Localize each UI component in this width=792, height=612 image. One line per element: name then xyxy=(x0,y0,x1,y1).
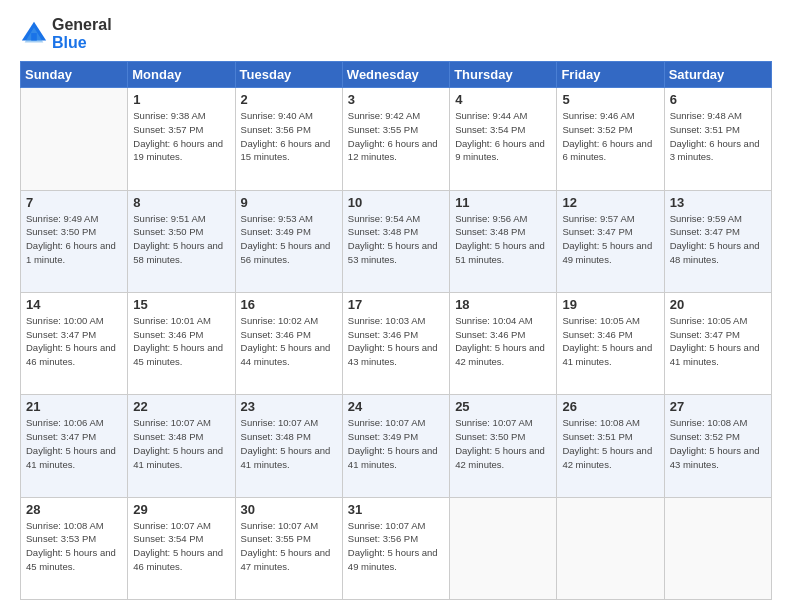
day-cell xyxy=(664,497,771,599)
day-info: Sunrise: 10:02 AM Sunset: 3:46 PM Daylig… xyxy=(241,314,337,369)
week-row-2: 7Sunrise: 9:49 AM Sunset: 3:50 PM Daylig… xyxy=(21,190,772,292)
day-cell: 10Sunrise: 9:54 AM Sunset: 3:48 PM Dayli… xyxy=(342,190,449,292)
day-info: Sunrise: 9:46 AM Sunset: 3:52 PM Dayligh… xyxy=(562,109,658,164)
day-number: 25 xyxy=(455,399,551,414)
day-cell xyxy=(21,88,128,190)
day-cell: 20Sunrise: 10:05 AM Sunset: 3:47 PM Dayl… xyxy=(664,292,771,394)
day-number: 23 xyxy=(241,399,337,414)
weekday-header-friday: Friday xyxy=(557,62,664,88)
week-row-3: 14Sunrise: 10:00 AM Sunset: 3:47 PM Dayl… xyxy=(21,292,772,394)
day-cell xyxy=(450,497,557,599)
day-number: 21 xyxy=(26,399,122,414)
day-cell xyxy=(557,497,664,599)
day-cell: 12Sunrise: 9:57 AM Sunset: 3:47 PM Dayli… xyxy=(557,190,664,292)
day-info: Sunrise: 10:08 AM Sunset: 3:52 PM Daylig… xyxy=(670,416,766,471)
day-cell: 9Sunrise: 9:53 AM Sunset: 3:49 PM Daylig… xyxy=(235,190,342,292)
day-number: 15 xyxy=(133,297,229,312)
day-number: 27 xyxy=(670,399,766,414)
day-info: Sunrise: 10:07 AM Sunset: 3:49 PM Daylig… xyxy=(348,416,444,471)
day-info: Sunrise: 10:07 AM Sunset: 3:48 PM Daylig… xyxy=(133,416,229,471)
day-info: Sunrise: 10:05 AM Sunset: 3:46 PM Daylig… xyxy=(562,314,658,369)
day-number: 16 xyxy=(241,297,337,312)
day-cell: 14Sunrise: 10:00 AM Sunset: 3:47 PM Dayl… xyxy=(21,292,128,394)
day-info: Sunrise: 10:01 AM Sunset: 3:46 PM Daylig… xyxy=(133,314,229,369)
weekday-header-sunday: Sunday xyxy=(21,62,128,88)
day-info: Sunrise: 9:57 AM Sunset: 3:47 PM Dayligh… xyxy=(562,212,658,267)
day-info: Sunrise: 9:40 AM Sunset: 3:56 PM Dayligh… xyxy=(241,109,337,164)
day-info: Sunrise: 10:00 AM Sunset: 3:47 PM Daylig… xyxy=(26,314,122,369)
day-number: 5 xyxy=(562,92,658,107)
day-info: Sunrise: 10:07 AM Sunset: 3:50 PM Daylig… xyxy=(455,416,551,471)
day-number: 22 xyxy=(133,399,229,414)
day-info: Sunrise: 9:42 AM Sunset: 3:55 PM Dayligh… xyxy=(348,109,444,164)
day-cell: 6Sunrise: 9:48 AM Sunset: 3:51 PM Daylig… xyxy=(664,88,771,190)
day-info: Sunrise: 10:04 AM Sunset: 3:46 PM Daylig… xyxy=(455,314,551,369)
day-cell: 2Sunrise: 9:40 AM Sunset: 3:56 PM Daylig… xyxy=(235,88,342,190)
day-cell: 15Sunrise: 10:01 AM Sunset: 3:46 PM Dayl… xyxy=(128,292,235,394)
day-info: Sunrise: 9:51 AM Sunset: 3:50 PM Dayligh… xyxy=(133,212,229,267)
day-cell: 30Sunrise: 10:07 AM Sunset: 3:55 PM Dayl… xyxy=(235,497,342,599)
weekday-header-saturday: Saturday xyxy=(664,62,771,88)
day-cell: 21Sunrise: 10:06 AM Sunset: 3:47 PM Dayl… xyxy=(21,395,128,497)
day-info: Sunrise: 9:56 AM Sunset: 3:48 PM Dayligh… xyxy=(455,212,551,267)
day-cell: 23Sunrise: 10:07 AM Sunset: 3:48 PM Dayl… xyxy=(235,395,342,497)
day-cell: 22Sunrise: 10:07 AM Sunset: 3:48 PM Dayl… xyxy=(128,395,235,497)
day-number: 18 xyxy=(455,297,551,312)
weekday-header-thursday: Thursday xyxy=(450,62,557,88)
day-info: Sunrise: 10:08 AM Sunset: 3:51 PM Daylig… xyxy=(562,416,658,471)
day-info: Sunrise: 10:07 AM Sunset: 3:54 PM Daylig… xyxy=(133,519,229,574)
day-info: Sunrise: 10:05 AM Sunset: 3:47 PM Daylig… xyxy=(670,314,766,369)
day-cell: 31Sunrise: 10:07 AM Sunset: 3:56 PM Dayl… xyxy=(342,497,449,599)
svg-rect-2 xyxy=(31,33,37,40)
day-number: 9 xyxy=(241,195,337,210)
day-cell: 28Sunrise: 10:08 AM Sunset: 3:53 PM Dayl… xyxy=(21,497,128,599)
day-info: Sunrise: 10:08 AM Sunset: 3:53 PM Daylig… xyxy=(26,519,122,574)
day-cell: 1Sunrise: 9:38 AM Sunset: 3:57 PM Daylig… xyxy=(128,88,235,190)
day-cell: 8Sunrise: 9:51 AM Sunset: 3:50 PM Daylig… xyxy=(128,190,235,292)
day-info: Sunrise: 9:53 AM Sunset: 3:49 PM Dayligh… xyxy=(241,212,337,267)
logo-icon xyxy=(20,20,48,48)
day-cell: 11Sunrise: 9:56 AM Sunset: 3:48 PM Dayli… xyxy=(450,190,557,292)
calendar-table: SundayMondayTuesdayWednesdayThursdayFrid… xyxy=(20,61,772,600)
day-number: 6 xyxy=(670,92,766,107)
day-number: 30 xyxy=(241,502,337,517)
day-info: Sunrise: 10:07 AM Sunset: 3:55 PM Daylig… xyxy=(241,519,337,574)
day-number: 4 xyxy=(455,92,551,107)
day-number: 12 xyxy=(562,195,658,210)
day-cell: 19Sunrise: 10:05 AM Sunset: 3:46 PM Dayl… xyxy=(557,292,664,394)
header-row: SundayMondayTuesdayWednesdayThursdayFrid… xyxy=(21,62,772,88)
day-info: Sunrise: 10:07 AM Sunset: 3:56 PM Daylig… xyxy=(348,519,444,574)
day-info: Sunrise: 10:06 AM Sunset: 3:47 PM Daylig… xyxy=(26,416,122,471)
day-number: 19 xyxy=(562,297,658,312)
day-cell: 26Sunrise: 10:08 AM Sunset: 3:51 PM Dayl… xyxy=(557,395,664,497)
day-cell: 29Sunrise: 10:07 AM Sunset: 3:54 PM Dayl… xyxy=(128,497,235,599)
day-cell: 13Sunrise: 9:59 AM Sunset: 3:47 PM Dayli… xyxy=(664,190,771,292)
week-row-1: 1Sunrise: 9:38 AM Sunset: 3:57 PM Daylig… xyxy=(21,88,772,190)
day-info: Sunrise: 9:48 AM Sunset: 3:51 PM Dayligh… xyxy=(670,109,766,164)
day-number: 24 xyxy=(348,399,444,414)
weekday-header-tuesday: Tuesday xyxy=(235,62,342,88)
day-number: 13 xyxy=(670,195,766,210)
day-cell: 25Sunrise: 10:07 AM Sunset: 3:50 PM Dayl… xyxy=(450,395,557,497)
day-number: 7 xyxy=(26,195,122,210)
day-cell: 3Sunrise: 9:42 AM Sunset: 3:55 PM Daylig… xyxy=(342,88,449,190)
day-cell: 7Sunrise: 9:49 AM Sunset: 3:50 PM Daylig… xyxy=(21,190,128,292)
day-number: 26 xyxy=(562,399,658,414)
day-info: Sunrise: 9:54 AM Sunset: 3:48 PM Dayligh… xyxy=(348,212,444,267)
day-info: Sunrise: 9:44 AM Sunset: 3:54 PM Dayligh… xyxy=(455,109,551,164)
day-cell: 4Sunrise: 9:44 AM Sunset: 3:54 PM Daylig… xyxy=(450,88,557,190)
weekday-header-wednesday: Wednesday xyxy=(342,62,449,88)
day-number: 20 xyxy=(670,297,766,312)
day-number: 28 xyxy=(26,502,122,517)
day-info: Sunrise: 10:07 AM Sunset: 3:48 PM Daylig… xyxy=(241,416,337,471)
day-cell: 17Sunrise: 10:03 AM Sunset: 3:46 PM Dayl… xyxy=(342,292,449,394)
weekday-header-monday: Monday xyxy=(128,62,235,88)
day-number: 10 xyxy=(348,195,444,210)
week-row-5: 28Sunrise: 10:08 AM Sunset: 3:53 PM Dayl… xyxy=(21,497,772,599)
day-cell: 27Sunrise: 10:08 AM Sunset: 3:52 PM Dayl… xyxy=(664,395,771,497)
day-number: 3 xyxy=(348,92,444,107)
day-number: 1 xyxy=(133,92,229,107)
day-info: Sunrise: 9:49 AM Sunset: 3:50 PM Dayligh… xyxy=(26,212,122,267)
day-info: Sunrise: 10:03 AM Sunset: 3:46 PM Daylig… xyxy=(348,314,444,369)
logo-text: General Blue xyxy=(52,16,112,51)
